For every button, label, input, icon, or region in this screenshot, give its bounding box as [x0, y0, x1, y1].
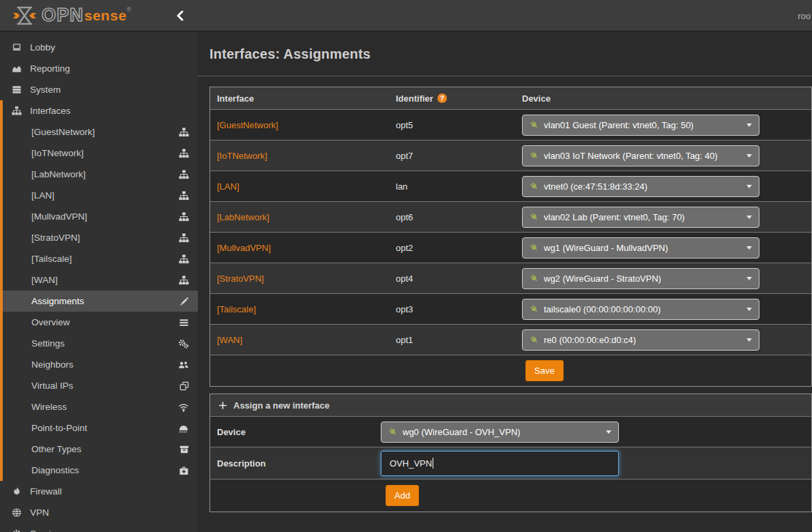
sidebar-item-assignments[interactable]: Assignments	[0, 291, 198, 312]
sidebar-item-label: Point-to-Point	[31, 423, 87, 433]
sidebar-item-point-to-point[interactable]: Point-to-Point	[0, 417, 198, 439]
sidebar-item-reporting[interactable]: Reporting	[0, 58, 198, 79]
device-select[interactable]: vlan01 Guest (Parent: vtnet0, Tag: 50)	[522, 115, 759, 136]
plug-icon	[530, 274, 539, 283]
sitemap-icon	[179, 190, 189, 201]
opnsense-logo[interactable]: OPNsense®	[0, 5, 176, 26]
caret-down-icon	[746, 338, 752, 342]
device-select[interactable]: tailscale0 (00:00:00:00:00:00)	[522, 299, 759, 320]
section-title: Assign a new interface	[233, 400, 330, 411]
sidebar: LobbyReportingSystemInterfaces[GuestNetw…	[0, 32, 198, 532]
sidebar-item-firewall[interactable]: Firewall	[0, 481, 198, 502]
server-stack-icon	[10, 85, 23, 95]
page-title: Interfaces: Assignments	[209, 46, 371, 62]
main-content: Interfaces: Assignments Interface Identi…	[198, 0, 812, 512]
device-select-value: vtnet0 (ce:47:51:8d:33:24)	[544, 181, 742, 192]
identifier-value: opt2	[396, 243, 413, 253]
col-header-interface: Interface	[210, 93, 390, 104]
identifier-value: opt5	[396, 120, 413, 130]
user-menu-text[interactable]: roo	[798, 11, 811, 21]
sidebar-item-tailscale[interactable]: [Tailscale]	[0, 248, 198, 269]
device-select[interactable]: wg1 (WireGuard - MullvadVPN)	[522, 237, 759, 258]
sidebar-item-lan[interactable]: [LAN]	[0, 185, 198, 206]
assignments-table: Interface Identifier Device [GuestNetwor…	[209, 87, 812, 387]
sidebar-item-system[interactable]: System	[0, 79, 198, 100]
sitemap-icon	[179, 254, 189, 264]
sidebar-item-lobby[interactable]: Lobby	[0, 37, 198, 58]
clone-icon	[179, 381, 189, 391]
col-header-device: Device	[522, 93, 811, 104]
sidebar-item-label: Neighbors	[31, 359, 74, 370]
device-select-value: wg2 (WireGuard - StratoVPN)	[544, 274, 742, 284]
sidebar-item-iotnetwork[interactable]: [IoTNetwork]	[0, 143, 198, 164]
sidebar-item-interfaces[interactable]: Interfaces	[0, 100, 198, 121]
device-select[interactable]: vlan03 IoT Network (Parent: vtnet0, Tag:…	[522, 145, 759, 166]
interface-link[interactable]: [MullvadVPN]	[217, 243, 271, 253]
top-navbar: OPNsense® roo	[0, 0, 812, 32]
sidebar-item-settings[interactable]: Settings	[0, 333, 198, 354]
sidebar-item-label: [StratoVPN]	[31, 233, 80, 243]
interface-link[interactable]: [Tailscale]	[217, 304, 256, 314]
opnsense-logo-icon	[12, 5, 37, 26]
sitemap-icon	[179, 148, 189, 158]
sidebar-item-label: Settings	[31, 338, 65, 349]
sidebar-item-label: Services	[30, 529, 66, 532]
caret-down-icon	[746, 185, 752, 188]
sidebar-item-label: Wireless	[31, 402, 67, 412]
interface-link[interactable]: [LAN]	[217, 181, 240, 192]
device-select[interactable]: vtnet0 (ce:47:51:8d:33:24)	[522, 176, 759, 197]
identifier-value: opt3	[396, 304, 413, 314]
sidebar-item-label: [LAN]	[31, 190, 55, 201]
interface-link[interactable]: [IoTNetwork]	[217, 151, 267, 161]
globe-icon	[10, 507, 23, 518]
sidebar-item-vpn[interactable]: VPN	[0, 502, 198, 523]
sidebar-item-labnetwork[interactable]: [LabNetwork]	[0, 164, 198, 185]
sidebar-item-services[interactable]: Services	[0, 523, 198, 532]
save-row: Save	[210, 355, 811, 386]
sidebar-item-stratovpn[interactable]: [StratoVPN]	[0, 227, 198, 248]
sidebar-item-neighbors[interactable]: Neighbors	[0, 354, 198, 375]
sidebar-collapse-chevron-left-icon[interactable]	[176, 10, 184, 21]
sidebar-item-diagnostics[interactable]: Diagnostics	[0, 460, 198, 481]
sidebar-item-label: Assignments	[31, 296, 84, 306]
save-button[interactable]: Save	[525, 360, 564, 381]
col-header-identifier: Identifier	[396, 93, 433, 104]
laptop-icon	[10, 42, 23, 53]
sidebar-item-label: Virtual IPs	[31, 381, 73, 391]
new-description-row: Description OVH_VPN	[210, 447, 811, 479]
plug-icon	[530, 151, 539, 160]
sitemap-icon	[179, 275, 189, 285]
interface-link[interactable]: [WAN]	[217, 335, 242, 345]
fire-icon	[10, 486, 23, 497]
sidebar-item-overview[interactable]: Overview	[0, 312, 198, 333]
device-select[interactable]: vlan02 Lab (Parent: vtnet0, Tag: 70)	[522, 207, 759, 228]
assignment-row: [GuestNetwork]opt5vlan01 Guest (Parent: …	[210, 110, 811, 141]
sidebar-item-other-types[interactable]: Other Types	[0, 439, 198, 460]
sidebar-item-guestnetwork[interactable]: [GuestNetwork]	[0, 121, 198, 143]
identifier-value: opt6	[396, 212, 413, 222]
interface-link[interactable]: [StratoVPN]	[217, 274, 264, 284]
device-select[interactable]: re0 (00:00:00:e0:d0:c4)	[522, 329, 759, 351]
caret-down-icon	[746, 246, 752, 250]
brand-text-sense: sense	[85, 8, 127, 24]
identifier-help-icon[interactable]	[437, 93, 447, 103]
description-input[interactable]: OVH_VPN	[381, 451, 619, 476]
plug-icon	[530, 335, 539, 344]
add-button[interactable]: Add	[386, 485, 419, 506]
interface-link[interactable]: [GuestNetwork]	[217, 120, 278, 130]
device-select-value: tailscale0 (00:00:00:00:00:00)	[544, 304, 742, 314]
device-select[interactable]: wg2 (WireGuard - StratoVPN)	[522, 268, 759, 289]
sidebar-item-wireless[interactable]: Wireless	[0, 396, 198, 417]
sidebar-item-mullvadvpn[interactable]: [MullvadVPN]	[0, 206, 198, 227]
new-device-select[interactable]: wg0 (WireGuard - OVH_VPN)	[381, 422, 619, 443]
gear-icon	[10, 529, 23, 532]
plug-icon	[530, 120, 539, 130]
sidebar-item-label: Lobby	[30, 42, 55, 53]
assignment-row: [WAN]opt1re0 (00:00:00:e0:d0:c4)	[210, 325, 811, 355]
caret-down-icon	[746, 308, 752, 311]
plug-icon	[530, 181, 539, 191]
interface-link[interactable]: [LabNetwork]	[217, 212, 270, 222]
assignment-row: [IoTNetwork]opt7vlan03 IoT Network (Pare…	[210, 141, 811, 171]
sidebar-item-wan[interactable]: [WAN]	[0, 269, 198, 291]
sidebar-item-virtual-ips[interactable]: Virtual IPs	[0, 375, 198, 396]
